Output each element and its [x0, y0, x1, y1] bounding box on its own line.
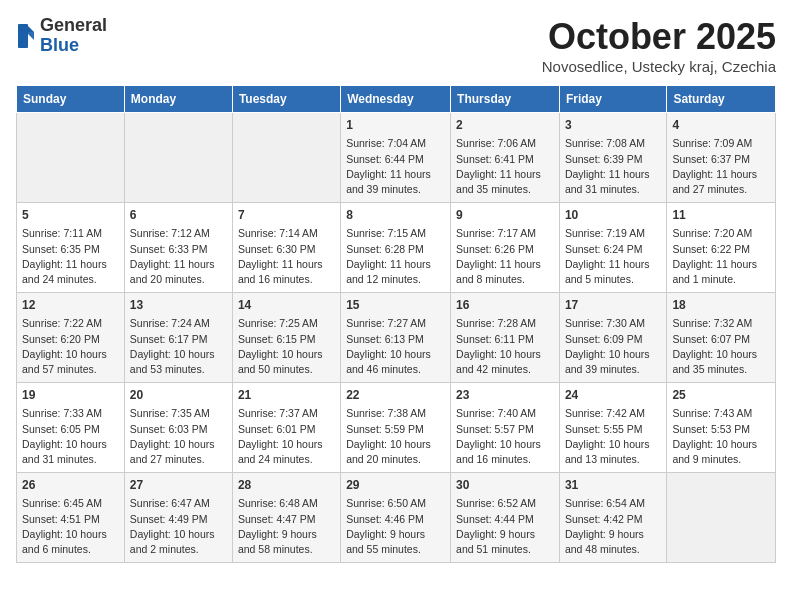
day-number: 16: [456, 297, 554, 314]
day-info: Sunrise: 7:42 AM Sunset: 5:55 PM Dayligh…: [565, 406, 661, 467]
calendar-cell: 27Sunrise: 6:47 AM Sunset: 4:49 PM Dayli…: [124, 473, 232, 563]
day-info: Sunrise: 7:15 AM Sunset: 6:28 PM Dayligh…: [346, 226, 445, 287]
day-number: 29: [346, 477, 445, 494]
calendar-table: SundayMondayTuesdayWednesdayThursdayFrid…: [16, 85, 776, 563]
location: Novosedlice, Ustecky kraj, Czechia: [542, 58, 776, 75]
calendar-cell: 17Sunrise: 7:30 AM Sunset: 6:09 PM Dayli…: [559, 293, 666, 383]
day-number: 24: [565, 387, 661, 404]
day-number: 25: [672, 387, 770, 404]
day-number: 11: [672, 207, 770, 224]
day-info: Sunrise: 7:22 AM Sunset: 6:20 PM Dayligh…: [22, 316, 119, 377]
calendar-cell: 7Sunrise: 7:14 AM Sunset: 6:30 PM Daylig…: [232, 203, 340, 293]
weekday-header-monday: Monday: [124, 86, 232, 113]
title-block: October 2025 Novosedlice, Ustecky kraj, …: [542, 16, 776, 75]
day-info: Sunrise: 7:09 AM Sunset: 6:37 PM Dayligh…: [672, 136, 770, 197]
day-number: 23: [456, 387, 554, 404]
day-info: Sunrise: 7:30 AM Sunset: 6:09 PM Dayligh…: [565, 316, 661, 377]
day-info: Sunrise: 6:50 AM Sunset: 4:46 PM Dayligh…: [346, 496, 445, 557]
day-number: 6: [130, 207, 227, 224]
day-number: 4: [672, 117, 770, 134]
calendar-cell: 3Sunrise: 7:08 AM Sunset: 6:39 PM Daylig…: [559, 113, 666, 203]
day-number: 21: [238, 387, 335, 404]
calendar-cell: 30Sunrise: 6:52 AM Sunset: 4:44 PM Dayli…: [451, 473, 560, 563]
day-number: 17: [565, 297, 661, 314]
calendar-week-4: 19Sunrise: 7:33 AM Sunset: 6:05 PM Dayli…: [17, 383, 776, 473]
calendar-cell: 10Sunrise: 7:19 AM Sunset: 6:24 PM Dayli…: [559, 203, 666, 293]
day-number: 3: [565, 117, 661, 134]
weekday-header-tuesday: Tuesday: [232, 86, 340, 113]
calendar-cell: 21Sunrise: 7:37 AM Sunset: 6:01 PM Dayli…: [232, 383, 340, 473]
svg-rect-2: [18, 24, 28, 48]
day-number: 13: [130, 297, 227, 314]
day-number: 19: [22, 387, 119, 404]
day-info: Sunrise: 7:20 AM Sunset: 6:22 PM Dayligh…: [672, 226, 770, 287]
calendar-cell: 23Sunrise: 7:40 AM Sunset: 5:57 PM Dayli…: [451, 383, 560, 473]
day-info: Sunrise: 7:25 AM Sunset: 6:15 PM Dayligh…: [238, 316, 335, 377]
day-info: Sunrise: 6:52 AM Sunset: 4:44 PM Dayligh…: [456, 496, 554, 557]
calendar-cell: 25Sunrise: 7:43 AM Sunset: 5:53 PM Dayli…: [667, 383, 776, 473]
day-number: 15: [346, 297, 445, 314]
day-info: Sunrise: 7:06 AM Sunset: 6:41 PM Dayligh…: [456, 136, 554, 197]
day-info: Sunrise: 7:14 AM Sunset: 6:30 PM Dayligh…: [238, 226, 335, 287]
day-number: 27: [130, 477, 227, 494]
calendar-cell: 8Sunrise: 7:15 AM Sunset: 6:28 PM Daylig…: [341, 203, 451, 293]
day-number: 9: [456, 207, 554, 224]
day-info: Sunrise: 7:33 AM Sunset: 6:05 PM Dayligh…: [22, 406, 119, 467]
day-number: 1: [346, 117, 445, 134]
calendar-week-3: 12Sunrise: 7:22 AM Sunset: 6:20 PM Dayli…: [17, 293, 776, 383]
weekday-header-friday: Friday: [559, 86, 666, 113]
calendar-cell: 26Sunrise: 6:45 AM Sunset: 4:51 PM Dayli…: [17, 473, 125, 563]
day-info: Sunrise: 7:38 AM Sunset: 5:59 PM Dayligh…: [346, 406, 445, 467]
calendar-cell: 13Sunrise: 7:24 AM Sunset: 6:17 PM Dayli…: [124, 293, 232, 383]
calendar-cell: 31Sunrise: 6:54 AM Sunset: 4:42 PM Dayli…: [559, 473, 666, 563]
day-info: Sunrise: 7:12 AM Sunset: 6:33 PM Dayligh…: [130, 226, 227, 287]
calendar-cell: [667, 473, 776, 563]
calendar-cell: 18Sunrise: 7:32 AM Sunset: 6:07 PM Dayli…: [667, 293, 776, 383]
month-title: October 2025: [542, 16, 776, 58]
calendar-cell: 20Sunrise: 7:35 AM Sunset: 6:03 PM Dayli…: [124, 383, 232, 473]
weekday-header-thursday: Thursday: [451, 86, 560, 113]
calendar-cell: 9Sunrise: 7:17 AM Sunset: 6:26 PM Daylig…: [451, 203, 560, 293]
day-number: 2: [456, 117, 554, 134]
page-header: General Blue October 2025 Novosedlice, U…: [16, 16, 776, 75]
calendar-cell: 14Sunrise: 7:25 AM Sunset: 6:15 PM Dayli…: [232, 293, 340, 383]
weekday-header-wednesday: Wednesday: [341, 86, 451, 113]
day-info: Sunrise: 6:54 AM Sunset: 4:42 PM Dayligh…: [565, 496, 661, 557]
day-info: Sunrise: 7:43 AM Sunset: 5:53 PM Dayligh…: [672, 406, 770, 467]
day-info: Sunrise: 6:48 AM Sunset: 4:47 PM Dayligh…: [238, 496, 335, 557]
logo-text: General Blue: [40, 16, 107, 56]
calendar-week-2: 5Sunrise: 7:11 AM Sunset: 6:35 PM Daylig…: [17, 203, 776, 293]
day-info: Sunrise: 7:37 AM Sunset: 6:01 PM Dayligh…: [238, 406, 335, 467]
day-number: 14: [238, 297, 335, 314]
day-number: 26: [22, 477, 119, 494]
calendar-cell: 16Sunrise: 7:28 AM Sunset: 6:11 PM Dayli…: [451, 293, 560, 383]
day-info: Sunrise: 7:28 AM Sunset: 6:11 PM Dayligh…: [456, 316, 554, 377]
day-number: 8: [346, 207, 445, 224]
calendar-cell: 15Sunrise: 7:27 AM Sunset: 6:13 PM Dayli…: [341, 293, 451, 383]
day-number: 28: [238, 477, 335, 494]
calendar-cell: 5Sunrise: 7:11 AM Sunset: 6:35 PM Daylig…: [17, 203, 125, 293]
day-info: Sunrise: 7:27 AM Sunset: 6:13 PM Dayligh…: [346, 316, 445, 377]
logo-blue: Blue: [40, 36, 107, 56]
day-info: Sunrise: 7:17 AM Sunset: 6:26 PM Dayligh…: [456, 226, 554, 287]
day-number: 20: [130, 387, 227, 404]
day-number: 18: [672, 297, 770, 314]
day-number: 31: [565, 477, 661, 494]
weekday-header-sunday: Sunday: [17, 86, 125, 113]
day-info: Sunrise: 6:45 AM Sunset: 4:51 PM Dayligh…: [22, 496, 119, 557]
calendar-cell: [17, 113, 125, 203]
calendar-cell: 6Sunrise: 7:12 AM Sunset: 6:33 PM Daylig…: [124, 203, 232, 293]
calendar-cell: 29Sunrise: 6:50 AM Sunset: 4:46 PM Dayli…: [341, 473, 451, 563]
day-info: Sunrise: 7:04 AM Sunset: 6:44 PM Dayligh…: [346, 136, 445, 197]
day-info: Sunrise: 7:40 AM Sunset: 5:57 PM Dayligh…: [456, 406, 554, 467]
day-number: 10: [565, 207, 661, 224]
calendar-cell: 28Sunrise: 6:48 AM Sunset: 4:47 PM Dayli…: [232, 473, 340, 563]
day-number: 5: [22, 207, 119, 224]
day-info: Sunrise: 6:47 AM Sunset: 4:49 PM Dayligh…: [130, 496, 227, 557]
weekday-header-row: SundayMondayTuesdayWednesdayThursdayFrid…: [17, 86, 776, 113]
logo: General Blue: [16, 16, 107, 56]
calendar-cell: 24Sunrise: 7:42 AM Sunset: 5:55 PM Dayli…: [559, 383, 666, 473]
day-number: 22: [346, 387, 445, 404]
calendar-cell: 22Sunrise: 7:38 AM Sunset: 5:59 PM Dayli…: [341, 383, 451, 473]
logo-general: General: [40, 16, 107, 36]
